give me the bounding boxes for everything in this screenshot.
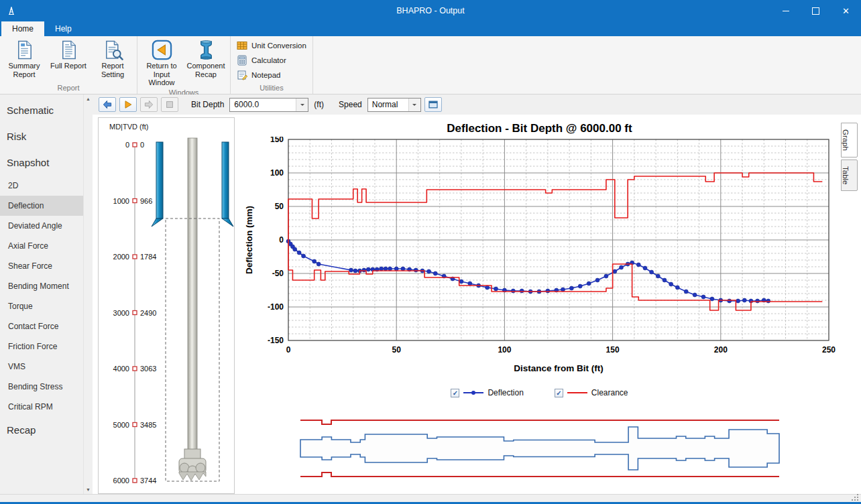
speed-select[interactable]: Normal xyxy=(367,98,421,112)
legend-label: Clearance xyxy=(591,388,628,397)
x-axis-label: Distance from Bit (ft) xyxy=(514,363,604,373)
bit-depth-select[interactable]: 6000.0 xyxy=(229,98,308,112)
ribbon-tab-help[interactable]: Help xyxy=(44,21,82,36)
notepad-icon xyxy=(237,70,247,80)
md-depth-label: 0 xyxy=(125,141,129,149)
button-label: Component Recap xyxy=(184,62,227,78)
ribbon: Summary ReportFull ReportReport SettingR… xyxy=(0,36,861,94)
depth-tick-marker xyxy=(133,255,137,259)
ribbon-group-windows: Return to Input WindowComponent RecapWin… xyxy=(137,36,231,94)
svg-text:50: 50 xyxy=(275,202,284,211)
playback-toolbar: Bit Depth 6000.0 (ft) Speed Normal xyxy=(93,94,861,115)
app-icon xyxy=(6,5,17,16)
chart-legend: ✓Deflection✓Clearance xyxy=(241,388,838,397)
full-report-icon xyxy=(58,40,79,60)
scroll-down-icon[interactable]: ▼ xyxy=(84,487,93,492)
report-setting-icon xyxy=(103,40,123,60)
sidebar-item-shear-force[interactable]: Shear Force xyxy=(0,256,83,276)
step-back-button[interactable] xyxy=(99,97,116,112)
play-button[interactable] xyxy=(119,97,137,112)
sidebar-item-risk[interactable]: Risk xyxy=(0,123,83,149)
sidebar-item-deflection[interactable]: Deflection xyxy=(0,196,83,216)
close-button[interactable]: ✕ xyxy=(831,0,861,21)
svg-text:50: 50 xyxy=(392,345,402,355)
legend-checkbox-clearance[interactable]: ✓ xyxy=(555,389,563,397)
maximize-icon xyxy=(812,7,819,15)
svg-text:100: 100 xyxy=(270,168,284,178)
legend-checkbox-deflection[interactable]: ✓ xyxy=(451,389,459,397)
summary-report-button[interactable]: Summary Report xyxy=(2,37,46,79)
ribbon-group-utilities: Unit ConversionCalculatorNotepadUtilitie… xyxy=(231,36,313,94)
sidebar-item-contact-force[interactable]: Contact Force xyxy=(0,316,83,336)
sidebar-item-critical-rpm[interactable]: Critical RPM xyxy=(0,397,83,417)
report-setting-button[interactable]: Report Setting xyxy=(91,37,135,79)
unit-conversion-button[interactable]: Unit Conversion xyxy=(237,40,306,51)
back-arrow-icon xyxy=(102,99,113,110)
forward-arrow-icon xyxy=(144,99,154,110)
sidebar-item-2d[interactable]: 2D xyxy=(0,176,83,196)
well-schematic-panel: MD|TVD (ft)00100096620001784300024904000… xyxy=(98,117,235,494)
md-depth-label: 1000 xyxy=(113,197,129,205)
full-report-button[interactable]: Full Report xyxy=(46,37,91,71)
dropdown-arrow-icon xyxy=(296,99,308,111)
svg-text:-150: -150 xyxy=(268,336,284,345)
step-forward-button[interactable] xyxy=(140,97,158,112)
svg-text:-100: -100 xyxy=(268,302,284,312)
minimize-button[interactable] xyxy=(770,0,801,21)
notepad-button[interactable]: Notepad xyxy=(237,70,306,80)
sidebar-item-bending-moment[interactable]: Bending Moment xyxy=(0,276,83,296)
legend-line-sample xyxy=(567,389,587,396)
sidebar-item-snapshot[interactable]: Snapshot xyxy=(0,149,83,176)
ribbon-tab-home[interactable]: Home xyxy=(1,21,44,36)
bit-depth-label: Bit Depth xyxy=(191,100,224,109)
sidebar-item-vms[interactable]: VMS xyxy=(0,357,83,377)
chart-title: Deflection - Bit Depth @ 6000.00 ft xyxy=(241,117,838,137)
md-depth-label: 3000 xyxy=(113,309,129,317)
sidebar-item-recap[interactable]: Recap xyxy=(0,417,83,443)
svg-text:150: 150 xyxy=(270,137,284,144)
sidebar-item-bending-stress[interactable]: Bending Stress xyxy=(0,377,83,397)
sidebar-item-deviated-angle[interactable]: Deviated Angle xyxy=(0,216,83,236)
stop-button[interactable] xyxy=(161,97,178,112)
resize-grip[interactable] xyxy=(857,499,858,501)
svg-text:150: 150 xyxy=(606,345,620,355)
minimize-icon xyxy=(783,11,789,11)
legend-item-clearance: ✓Clearance xyxy=(555,388,628,397)
legend-item-deflection: ✓Deflection xyxy=(451,388,523,397)
titlebar: BHAPRO - Output ✕ xyxy=(0,0,861,21)
legend-label: Deflection xyxy=(487,388,523,397)
button-label: Full Report xyxy=(50,62,87,70)
dropdown-arrow-icon xyxy=(408,99,420,111)
window-controls: ✕ xyxy=(770,0,861,21)
popout-chart-button[interactable] xyxy=(424,97,442,112)
maximize-button[interactable] xyxy=(801,0,831,21)
sidebar-scrollbar[interactable]: ▲ ▼ xyxy=(83,94,93,494)
bha-profile-drawing xyxy=(299,414,781,486)
tvd-depth-label: 3485 xyxy=(140,421,156,429)
svg-text:0: 0 xyxy=(286,345,291,355)
sidebar-item-schematic[interactable]: Schematic xyxy=(0,97,83,123)
button-label: Summary Report xyxy=(3,62,46,78)
view-tab-table[interactable]: Table xyxy=(841,160,858,192)
sidebar-item-axial-force[interactable]: Axial Force xyxy=(0,236,83,256)
summary-report-icon xyxy=(14,40,35,60)
deflection-chart: 050100150200250-150-100-50050100150Dista… xyxy=(241,137,838,385)
close-icon: ✕ xyxy=(842,7,850,15)
ribbon-group-label: Utilities xyxy=(233,83,310,94)
component-recap-button[interactable]: Component Recap xyxy=(184,37,228,79)
app-window: BHAPRO - Output ✕ HomeHelp Summary Repor… xyxy=(0,0,861,504)
sidebar: SchematicRiskSnapshot2DDeflectionDeviate… xyxy=(0,94,83,494)
status-bar xyxy=(0,494,861,502)
tvd-depth-label: 966 xyxy=(140,197,152,205)
calculator-button[interactable]: Calculator xyxy=(237,55,306,66)
scroll-up-icon[interactable]: ▲ xyxy=(84,97,93,101)
sidebar-item-friction-force[interactable]: Friction Force xyxy=(0,336,83,357)
svg-text:-50: -50 xyxy=(272,269,284,278)
right-tab-strip: GraphTable xyxy=(842,117,861,494)
return-to-input-window-button[interactable]: Return to Input Window xyxy=(139,37,184,88)
tvd-depth-label: 0 xyxy=(140,141,144,149)
bit-depth-unit: (ft) xyxy=(314,100,324,109)
component-recap-icon xyxy=(196,40,217,60)
sidebar-item-torque[interactable]: Torque xyxy=(0,296,83,316)
view-tab-graph[interactable]: Graph xyxy=(841,123,858,158)
